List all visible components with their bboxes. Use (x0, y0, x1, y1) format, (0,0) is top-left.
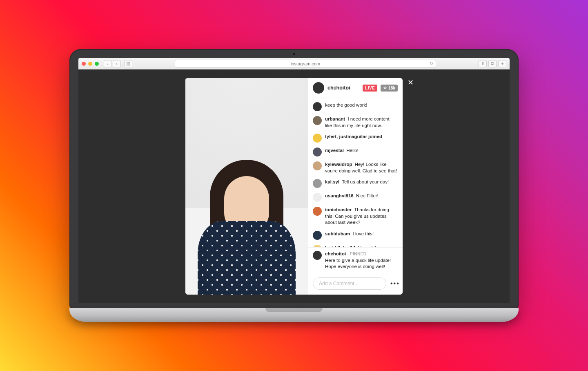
comment-username[interactable]: usanghvi816 (325, 193, 354, 198)
forward-button[interactable]: › (113, 60, 121, 67)
comment-avatar[interactable] (313, 161, 322, 170)
window-minimize-button[interactable] (88, 62, 92, 66)
comment-text: urbanant I need more content like this i… (325, 116, 398, 129)
comment-item: kmiddleton14 I heard it was your birthda… (308, 242, 403, 248)
comment-username[interactable]: kal.syl (325, 179, 339, 184)
comment-username[interactable]: mjvestal (325, 148, 344, 153)
comment-text: kmiddleton14 I heard it was your birthda… (325, 245, 398, 248)
screen: ‹ › ▥ instagram.com ↻ ⇪ ⧉ ＋ (78, 58, 510, 303)
more-options-button[interactable]: ••• (390, 280, 400, 287)
tabs-icon: ⧉ (491, 61, 494, 66)
screen-bezel: ‹ › ▥ instagram.com ↻ ⇪ ⧉ ＋ (69, 49, 519, 309)
pinned-section: chchoitoi · PINNED Here to give a quick … (308, 247, 403, 273)
laptop-base (69, 308, 519, 322)
comment-avatar[interactable] (313, 148, 322, 156)
pinned-text: Here to give a quick life update! Hope e… (325, 257, 398, 270)
window-controls (82, 62, 99, 66)
comment-text: keep the good work! (325, 102, 368, 111)
comment-text: kal.syl Tell us about your day! (325, 179, 389, 188)
comment-item: mjvestal Hello! (308, 145, 403, 159)
live-header: chchoitoi LIVE 18k (308, 78, 403, 98)
laptop-device: ‹ › ▥ instagram.com ↻ ⇪ ⧉ ＋ (69, 49, 519, 322)
comment-input[interactable] (313, 277, 386, 290)
window-close-button[interactable] (82, 62, 86, 66)
page-content: chchoitoi LIVE 18k keep the good work!ur… (78, 69, 510, 303)
camera-dot (293, 53, 295, 55)
sidebar-icon: ▥ (126, 61, 130, 66)
comment-avatar[interactable] (313, 179, 322, 188)
address-bar[interactable]: instagram.com ↻ (175, 60, 436, 68)
comment-body: Nice Filter! (355, 193, 379, 198)
comment-avatar[interactable] (313, 231, 322, 240)
comment-item: kal.syl Tell us about your day! (308, 177, 403, 190)
viewer-count: 18k (388, 86, 395, 90)
pinned-avatar[interactable] (313, 251, 322, 260)
comment-item: subidubam I love this! (308, 228, 403, 242)
reload-icon[interactable]: ↻ (430, 61, 433, 66)
comment-avatar[interactable] (313, 207, 322, 216)
live-video[interactable] (185, 78, 308, 295)
share-icon: ⇪ (481, 61, 485, 66)
comment-text: tylert, justinaguilar joined (325, 134, 382, 143)
live-modal: chchoitoi LIVE 18k keep the good work!ur… (185, 78, 403, 295)
new-tab-button[interactable]: ＋ (498, 60, 506, 67)
pinned-comment: chchoitoi · PINNED Here to give a quick … (308, 248, 403, 273)
comment-text: ionictoaster Thanks for doing this! Can … (325, 207, 398, 226)
plus-icon: ＋ (500, 60, 505, 67)
comment-avatar[interactable] (313, 193, 322, 202)
toolbar-right: ⇪ ⧉ ＋ (479, 60, 506, 67)
pinned-separator: · (347, 251, 348, 256)
comments-list[interactable]: keep the good work!urbanant I need more … (308, 98, 403, 247)
forward-icon: › (116, 61, 118, 66)
comment-body: I love this! (351, 231, 374, 236)
comment-item: kylewaldrop Hey! Looks like you're doing… (308, 159, 403, 177)
nav-arrows: ‹ › (104, 60, 121, 67)
comment-composer: ••• (308, 273, 403, 295)
comment-avatar[interactable] (313, 134, 322, 143)
browser-toolbar: ‹ › ▥ instagram.com ↻ ⇪ ⧉ ＋ (78, 58, 510, 69)
comment-item: keep the good work! (308, 100, 403, 114)
comment-text: subidubam I love this! (325, 231, 374, 240)
pinned-label: PINNED (350, 252, 367, 256)
live-badge: LIVE (363, 85, 377, 92)
comment-body: Tell us about your day! (341, 179, 389, 184)
comment-body: Hello! (345, 148, 359, 153)
host-avatar[interactable] (313, 82, 324, 94)
comment-item: urbanant I need more content like this i… (308, 114, 403, 131)
eye-icon (383, 86, 387, 90)
comment-text: usanghvi816 Nice Filter! (325, 193, 379, 202)
viewer-count-badge: 18k (381, 85, 398, 92)
share-button[interactable]: ⇪ (479, 60, 487, 67)
comment-avatar[interactable] (313, 102, 322, 111)
back-button[interactable]: ‹ (104, 60, 112, 67)
sidebar-toggle-button[interactable]: ▥ (124, 60, 132, 67)
host-username[interactable]: chchoitoi (327, 85, 350, 91)
address-text: instagram.com (291, 61, 320, 66)
comment-username[interactable]: ionictoaster (325, 207, 352, 212)
comment-body: keep the good work! (325, 103, 368, 107)
comment-avatar[interactable] (313, 245, 322, 248)
join-event: tylert, justinaguilar joined (308, 131, 403, 145)
window-zoom-button[interactable] (95, 62, 99, 66)
close-button[interactable]: ✕ (408, 79, 414, 86)
comment-username[interactable]: urbanant (325, 116, 345, 121)
back-icon: ‹ (107, 61, 109, 66)
person-illustration (198, 172, 296, 295)
live-side-panel: chchoitoi LIVE 18k keep the good work!ur… (308, 78, 403, 295)
comment-item: ionictoaster Thanks for doing this! Can … (308, 204, 403, 228)
comment-username[interactable]: kylewaldrop (325, 162, 352, 167)
comment-avatar[interactable] (313, 116, 322, 125)
comment-username[interactable]: subidubam (325, 231, 350, 236)
tabs-button[interactable]: ⧉ (488, 60, 497, 67)
comment-text: mjvestal Hello! (325, 148, 359, 156)
pinned-username[interactable]: chchoitoi (325, 251, 346, 256)
comment-item: usanghvi816 Nice Filter! (308, 190, 403, 204)
comment-text: kylewaldrop Hey! Looks like you're doing… (325, 161, 398, 174)
